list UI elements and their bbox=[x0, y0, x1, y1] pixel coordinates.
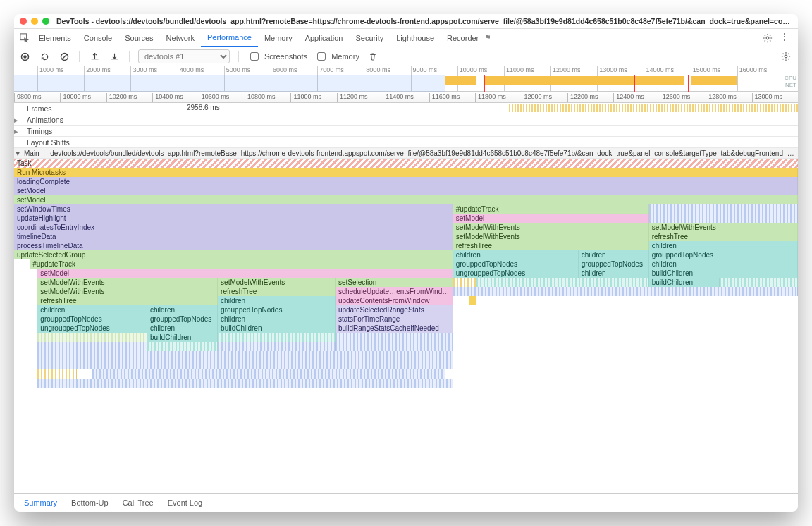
garbage-collect-icon[interactable] bbox=[367, 52, 379, 61]
flame-segment[interactable]: #updateTrack bbox=[453, 204, 649, 214]
flame-segment[interactable]: buildRangeStatsCacheIfNeeded bbox=[336, 324, 453, 333]
overview-minimap[interactable]: 1000 ms2000 ms3000 ms4000 ms5000 ms6000 … bbox=[14, 66, 798, 92]
flame-segment[interactable]: updateSelectedRangeStats bbox=[336, 305, 453, 314]
flame-segment[interactable]: children bbox=[579, 250, 649, 259]
reload-record-icon[interactable] bbox=[38, 52, 51, 61]
flame-segment[interactable] bbox=[649, 204, 798, 214]
tab-performance[interactable]: Performance bbox=[201, 28, 258, 47]
flame-segment[interactable] bbox=[453, 278, 476, 287]
flame-segment[interactable]: children bbox=[147, 324, 218, 333]
flame-segment[interactable]: coordinatesToEntryIndex bbox=[14, 223, 453, 232]
flame-segment[interactable]: #updateTrack bbox=[30, 259, 453, 269]
flame-segment[interactable]: setModelWithEvents bbox=[37, 278, 218, 287]
flame-segment[interactable]: setModelWithEvents bbox=[218, 278, 336, 287]
flame-segment[interactable]: setModel bbox=[14, 186, 798, 195]
details-tab-bottom-up[interactable]: Bottom-Up bbox=[64, 494, 116, 513]
flame-segment[interactable]: setModel bbox=[14, 195, 798, 204]
tab-console[interactable]: Console bbox=[78, 28, 118, 47]
main-thread-track[interactable]: ▼Main — devtools://devtools/bundled/devt… bbox=[14, 148, 798, 159]
frames-track[interactable]: Frames 2958.6 ms bbox=[14, 103, 798, 114]
details-tab-call-tree[interactable]: Call Tree bbox=[116, 494, 161, 513]
flame-segment[interactable]: refreshTree bbox=[649, 232, 798, 241]
close-window-icon[interactable] bbox=[20, 18, 27, 25]
flame-segment[interactable]: statsForTimeRange bbox=[336, 314, 453, 324]
flame-segment[interactable]: refreshTree bbox=[218, 287, 336, 296]
flame-segment[interactable]: Run Microtasks bbox=[14, 168, 798, 177]
context-selector[interactable]: devtools #1 bbox=[138, 49, 230, 63]
flame-segment[interactable]: setSelection bbox=[336, 278, 453, 287]
tab-memory[interactable]: Memory bbox=[258, 28, 299, 47]
flame-segment[interactable]: processTimelineData bbox=[14, 241, 453, 250]
memory-checkbox[interactable]: Memory bbox=[314, 50, 359, 63]
zoom-window-icon[interactable] bbox=[42, 18, 49, 25]
screenshots-checkbox[interactable]: Screenshots bbox=[247, 50, 307, 63]
flame-segment[interactable] bbox=[37, 360, 453, 369]
tab-sources[interactable]: Sources bbox=[118, 28, 159, 47]
flame-segment[interactable] bbox=[336, 342, 453, 351]
tab-lighthouse[interactable]: Lighthouse bbox=[390, 28, 441, 47]
clear-icon[interactable] bbox=[58, 52, 70, 61]
flame-segment[interactable] bbox=[720, 278, 798, 287]
details-tab-summary[interactable]: Summary bbox=[17, 494, 64, 513]
minimize-window-icon[interactable] bbox=[31, 18, 38, 25]
settings-gear-icon[interactable] bbox=[763, 33, 773, 43]
flame-segment[interactable]: grouppedTopNodes bbox=[37, 314, 147, 324]
animations-track[interactable]: ▸Animations bbox=[14, 114, 798, 126]
flame-segment[interactable] bbox=[37, 342, 147, 351]
flame-segment[interactable]: updateSelectedGroup bbox=[14, 250, 453, 259]
flame-segment[interactable]: grouppedTopNodes bbox=[579, 259, 649, 269]
flame-segment[interactable] bbox=[147, 342, 218, 351]
flame-segment[interactable]: children bbox=[37, 305, 147, 314]
flame-segment[interactable] bbox=[469, 296, 476, 305]
flame-segment[interactable]: setWindowTimes bbox=[14, 204, 453, 214]
flame-segment[interactable]: scheduleUpdate…entsFromWindow bbox=[336, 287, 453, 296]
load-profile-icon[interactable] bbox=[88, 52, 101, 61]
flame-segment[interactable]: updateContentsFromWindow bbox=[336, 296, 453, 305]
flame-segment[interactable]: grouppedTopNodes bbox=[453, 259, 579, 269]
flame-segment[interactable]: buildChildren bbox=[649, 278, 720, 287]
flame-segment[interactable]: setModelWithEvents bbox=[453, 232, 649, 241]
flame-segment[interactable]: children bbox=[649, 259, 798, 269]
flame-segment[interactable] bbox=[92, 369, 445, 379]
flame-segment[interactable]: timelineData bbox=[14, 232, 453, 241]
flame-segment[interactable] bbox=[336, 333, 453, 342]
flame-segment[interactable]: children bbox=[579, 269, 649, 278]
inspect-element-icon[interactable] bbox=[17, 33, 32, 43]
flame-segment[interactable]: buildChildren bbox=[218, 324, 336, 333]
flame-segment[interactable]: grouppedTopNodes bbox=[218, 305, 336, 314]
flame-segment[interactable] bbox=[37, 379, 453, 388]
flame-segment[interactable]: ungrouppedTopNodes bbox=[453, 269, 579, 278]
save-profile-icon[interactable] bbox=[108, 52, 121, 61]
flame-segment[interactable]: setModel bbox=[37, 269, 453, 278]
flame-segment[interactable]: loadingComplete bbox=[14, 177, 798, 186]
flame-segment[interactable] bbox=[37, 333, 147, 342]
flame-segment[interactable]: children bbox=[218, 314, 336, 324]
layout-shifts-track[interactable]: Layout Shifts bbox=[14, 137, 798, 148]
flame-segment[interactable]: children bbox=[147, 305, 218, 314]
flame-segment[interactable]: children bbox=[649, 241, 798, 250]
flame-segment[interactable]: setModelWithEvents bbox=[37, 287, 218, 296]
flame-segment[interactable]: Task bbox=[14, 159, 798, 168]
flame-segment[interactable]: children bbox=[218, 296, 336, 305]
flame-segment[interactable]: buildChildren bbox=[649, 269, 798, 278]
flame-segment[interactable] bbox=[476, 278, 649, 287]
capture-settings-gear-icon[interactable] bbox=[781, 51, 791, 61]
flame-segment[interactable]: refreshTree bbox=[453, 241, 649, 250]
flame-segment[interactable] bbox=[649, 214, 798, 223]
timings-track[interactable]: ▸Timings bbox=[14, 126, 798, 137]
timeline-ruler[interactable]: 9800 ms10000 ms10200 ms10400 ms10600 ms1… bbox=[14, 92, 798, 103]
kebab-menu-icon[interactable]: ⋮ bbox=[780, 33, 789, 43]
tab-security[interactable]: Security bbox=[349, 28, 390, 47]
tab-elements[interactable]: Elements bbox=[32, 28, 78, 47]
flame-segment[interactable]: updateHighlight bbox=[14, 214, 453, 223]
flame-segment[interactable]: grouppedTopNodes bbox=[649, 250, 798, 259]
tab-network[interactable]: Network bbox=[160, 28, 201, 47]
flame-segment[interactable] bbox=[453, 287, 798, 296]
flame-segment[interactable]: children bbox=[453, 250, 579, 259]
tab-application[interactable]: Application bbox=[299, 28, 350, 47]
flame-segment[interactable]: setModelWithEvents bbox=[453, 223, 649, 232]
flame-segment[interactable]: refreshTree bbox=[37, 296, 218, 305]
flame-segment[interactable] bbox=[218, 342, 336, 351]
flame-segment[interactable] bbox=[218, 333, 336, 342]
details-tab-event-log[interactable]: Event Log bbox=[161, 494, 210, 513]
